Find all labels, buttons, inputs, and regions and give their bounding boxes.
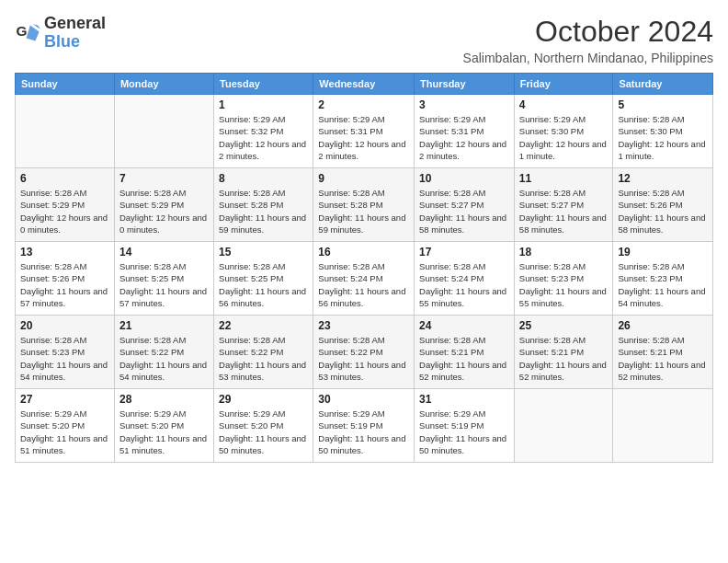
- day-number: 17: [419, 246, 509, 259]
- day-number: 1: [219, 98, 308, 111]
- week-row-1: 1Sunrise: 5:29 AMSunset: 5:32 PMDaylight…: [16, 95, 713, 168]
- calendar-cell: 17Sunrise: 5:28 AMSunset: 5:24 PMDayligh…: [415, 242, 515, 316]
- calendar-cell: 2Sunrise: 5:29 AMSunset: 5:31 PMDaylight…: [313, 95, 415, 168]
- calendar-cell: [613, 389, 713, 463]
- day-number: 30: [318, 393, 409, 406]
- calendar-cell: 24Sunrise: 5:28 AMSunset: 5:21 PMDayligh…: [415, 316, 515, 389]
- calendar-cell: [514, 389, 613, 463]
- calendar-cell: 8Sunrise: 5:28 AMSunset: 5:28 PMDaylight…: [214, 168, 313, 242]
- calendar-cell: 20Sunrise: 5:28 AMSunset: 5:23 PMDayligh…: [16, 316, 115, 389]
- logo-icon: G: [15, 20, 40, 46]
- week-row-3: 13Sunrise: 5:28 AMSunset: 5:26 PMDayligh…: [16, 242, 713, 316]
- day-info: Sunrise: 5:28 AMSunset: 5:28 PMDaylight:…: [219, 187, 308, 236]
- day-info: Sunrise: 5:28 AMSunset: 5:27 PMDaylight:…: [419, 187, 509, 236]
- day-number: 31: [419, 393, 509, 406]
- day-number: 12: [618, 172, 708, 185]
- svg-text:G: G: [16, 23, 27, 39]
- calendar-cell: 15Sunrise: 5:28 AMSunset: 5:25 PMDayligh…: [214, 242, 313, 316]
- weekday-header-monday: Monday: [114, 74, 213, 95]
- weekday-header-tuesday: Tuesday: [214, 74, 313, 95]
- calendar-cell: 21Sunrise: 5:28 AMSunset: 5:22 PMDayligh…: [114, 316, 213, 389]
- day-number: 27: [20, 393, 109, 406]
- day-number: 21: [119, 319, 209, 332]
- day-number: 14: [119, 246, 209, 259]
- calendar-cell: 6Sunrise: 5:28 AMSunset: 5:29 PMDaylight…: [16, 168, 115, 242]
- calendar-cell: 16Sunrise: 5:28 AMSunset: 5:24 PMDayligh…: [313, 242, 415, 316]
- day-number: 25: [519, 319, 609, 332]
- weekday-header-saturday: Saturday: [613, 74, 713, 95]
- day-info: Sunrise: 5:29 AMSunset: 5:20 PMDaylight:…: [20, 408, 109, 456]
- weekday-header-row: SundayMondayTuesdayWednesdayThursdayFrid…: [16, 74, 713, 95]
- day-number: 13: [20, 246, 109, 259]
- day-info: Sunrise: 5:28 AMSunset: 5:22 PMDaylight:…: [219, 334, 308, 383]
- day-info: Sunrise: 5:28 AMSunset: 5:24 PMDaylight:…: [419, 260, 509, 309]
- calendar-cell: 7Sunrise: 5:28 AMSunset: 5:29 PMDaylight…: [114, 168, 213, 242]
- day-number: 23: [318, 319, 409, 332]
- day-info: Sunrise: 5:28 AMSunset: 5:22 PMDaylight:…: [318, 334, 409, 383]
- day-info: Sunrise: 5:28 AMSunset: 5:29 PMDaylight:…: [20, 187, 109, 236]
- day-info: Sunrise: 5:28 AMSunset: 5:26 PMDaylight:…: [20, 260, 109, 309]
- day-info: Sunrise: 5:29 AMSunset: 5:30 PMDaylight:…: [519, 113, 609, 162]
- weekday-header-wednesday: Wednesday: [313, 74, 415, 95]
- day-info: Sunrise: 5:29 AMSunset: 5:31 PMDaylight:…: [419, 113, 509, 162]
- weekday-header-friday: Friday: [514, 74, 613, 95]
- calendar-cell: 9Sunrise: 5:28 AMSunset: 5:28 PMDaylight…: [313, 168, 415, 242]
- day-info: Sunrise: 5:28 AMSunset: 5:23 PMDaylight:…: [519, 260, 609, 309]
- calendar-cell: 19Sunrise: 5:28 AMSunset: 5:23 PMDayligh…: [613, 242, 713, 316]
- day-info: Sunrise: 5:29 AMSunset: 5:31 PMDaylight:…: [318, 113, 409, 162]
- day-info: Sunrise: 5:28 AMSunset: 5:23 PMDaylight:…: [618, 260, 708, 309]
- day-info: Sunrise: 5:28 AMSunset: 5:24 PMDaylight:…: [318, 260, 409, 309]
- day-info: Sunrise: 5:28 AMSunset: 5:29 PMDaylight:…: [119, 187, 209, 236]
- day-info: Sunrise: 5:28 AMSunset: 5:22 PMDaylight:…: [119, 334, 209, 383]
- logo-name: General Blue: [44, 15, 106, 52]
- day-info: Sunrise: 5:28 AMSunset: 5:27 PMDaylight:…: [519, 187, 609, 236]
- day-info: Sunrise: 5:28 AMSunset: 5:26 PMDaylight:…: [618, 187, 708, 236]
- calendar-cell: 13Sunrise: 5:28 AMSunset: 5:26 PMDayligh…: [16, 242, 115, 316]
- day-number: 8: [219, 172, 308, 185]
- week-row-4: 20Sunrise: 5:28 AMSunset: 5:23 PMDayligh…: [16, 316, 713, 389]
- calendar-cell: 12Sunrise: 5:28 AMSunset: 5:26 PMDayligh…: [613, 168, 713, 242]
- calendar-cell: 14Sunrise: 5:28 AMSunset: 5:25 PMDayligh…: [114, 242, 213, 316]
- day-info: Sunrise: 5:29 AMSunset: 5:20 PMDaylight:…: [119, 408, 209, 456]
- day-number: 7: [119, 172, 209, 185]
- title-block: October 2024 Salimbalan, Northern Mindan…: [463, 15, 713, 65]
- logo: G General Blue: [15, 15, 106, 52]
- day-number: 2: [318, 98, 409, 111]
- day-number: 28: [119, 393, 209, 406]
- day-number: 4: [519, 98, 609, 111]
- day-info: Sunrise: 5:28 AMSunset: 5:28 PMDaylight:…: [318, 187, 409, 236]
- day-number: 18: [519, 246, 609, 259]
- day-number: 22: [219, 319, 308, 332]
- calendar-cell: 5Sunrise: 5:28 AMSunset: 5:30 PMDaylight…: [613, 95, 713, 168]
- calendar-cell: 31Sunrise: 5:29 AMSunset: 5:19 PMDayligh…: [415, 389, 515, 463]
- day-info: Sunrise: 5:29 AMSunset: 5:32 PMDaylight:…: [219, 113, 308, 162]
- day-number: 15: [219, 246, 308, 259]
- calendar-cell: 23Sunrise: 5:28 AMSunset: 5:22 PMDayligh…: [313, 316, 415, 389]
- day-number: 19: [618, 246, 708, 259]
- day-number: 10: [419, 172, 509, 185]
- calendar-cell: 26Sunrise: 5:28 AMSunset: 5:21 PMDayligh…: [613, 316, 713, 389]
- day-info: Sunrise: 5:29 AMSunset: 5:20 PMDaylight:…: [219, 408, 308, 456]
- calendar-cell: 30Sunrise: 5:29 AMSunset: 5:19 PMDayligh…: [313, 389, 415, 463]
- calendar-table: SundayMondayTuesdayWednesdayThursdayFrid…: [15, 73, 713, 463]
- day-info: Sunrise: 5:29 AMSunset: 5:19 PMDaylight:…: [318, 408, 409, 456]
- day-number: 3: [419, 98, 509, 111]
- day-number: 26: [618, 319, 708, 332]
- day-info: Sunrise: 5:28 AMSunset: 5:23 PMDaylight:…: [20, 334, 109, 383]
- weekday-header-sunday: Sunday: [16, 74, 115, 95]
- day-info: Sunrise: 5:28 AMSunset: 5:25 PMDaylight:…: [119, 260, 209, 309]
- day-number: 5: [618, 98, 708, 111]
- day-number: 20: [20, 319, 109, 332]
- day-number: 6: [20, 172, 109, 185]
- week-row-5: 27Sunrise: 5:29 AMSunset: 5:20 PMDayligh…: [16, 389, 713, 463]
- calendar-cell: 22Sunrise: 5:28 AMSunset: 5:22 PMDayligh…: [214, 316, 313, 389]
- day-info: Sunrise: 5:28 AMSunset: 5:21 PMDaylight:…: [519, 334, 609, 383]
- calendar-cell: 29Sunrise: 5:29 AMSunset: 5:20 PMDayligh…: [214, 389, 313, 463]
- page-header: G General Blue October 2024 Salimbalan, …: [15, 15, 713, 65]
- calendar-cell: 10Sunrise: 5:28 AMSunset: 5:27 PMDayligh…: [415, 168, 515, 242]
- day-info: Sunrise: 5:28 AMSunset: 5:21 PMDaylight:…: [618, 334, 708, 383]
- day-number: 24: [419, 319, 509, 332]
- day-info: Sunrise: 5:28 AMSunset: 5:25 PMDaylight:…: [219, 260, 308, 309]
- calendar-cell: 25Sunrise: 5:28 AMSunset: 5:21 PMDayligh…: [514, 316, 613, 389]
- calendar-cell: 3Sunrise: 5:29 AMSunset: 5:31 PMDaylight…: [415, 95, 515, 168]
